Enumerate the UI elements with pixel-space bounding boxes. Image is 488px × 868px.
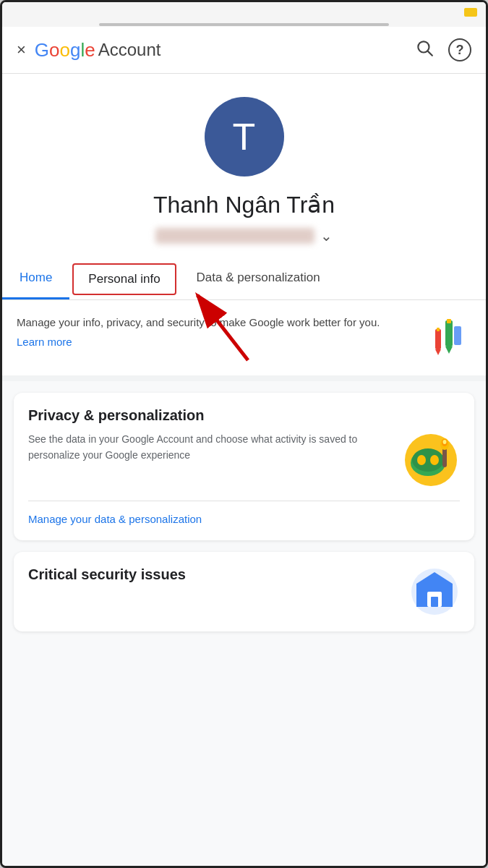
- account-title: Account: [98, 40, 161, 60]
- privacy-card-link-row: Manage your data & personalization: [28, 501, 460, 526]
- info-text-block: Manage your info, privacy, and security …: [17, 315, 414, 349]
- header-left: × Google Account: [17, 39, 160, 61]
- tabs-container: Home Personal info Data & personalizatio…: [2, 259, 486, 300]
- info-banner: Manage your info, privacy, and security …: [2, 300, 486, 381]
- privacy-card: Privacy & personalization See the data i…: [14, 393, 474, 540]
- security-card-icon: [409, 566, 460, 617]
- profile-section: T Thanh Ngân Trần ⌄: [2, 74, 486, 259]
- profile-email-row: ⌄: [155, 227, 333, 244]
- svg-point-14: [417, 455, 426, 465]
- profile-name: Thanh Ngân Trần: [153, 191, 335, 218]
- privacy-card-text: See the data in your Google Account and …: [28, 431, 390, 464]
- google-letter-g2: g: [70, 39, 80, 61]
- manage-data-link[interactable]: Manage your data & personalization: [28, 513, 202, 525]
- security-card-title: Critical security issues: [28, 566, 398, 583]
- svg-rect-8: [437, 328, 440, 331]
- google-letter-o1: o: [49, 39, 59, 61]
- help-icon[interactable]: ?: [448, 38, 471, 61]
- privacy-card-title: Privacy & personalization: [28, 407, 460, 424]
- google-letter-o2: o: [60, 39, 70, 61]
- svg-rect-23: [431, 597, 438, 607]
- svg-rect-4: [445, 320, 453, 346]
- svg-marker-9: [435, 349, 441, 355]
- info-text: Manage your info, privacy, and security …: [17, 315, 414, 331]
- scroll-thumb: [99, 23, 389, 26]
- svg-marker-6: [445, 346, 453, 354]
- google-letter-g: G: [35, 39, 49, 61]
- info-icon: [425, 315, 471, 361]
- battery-indicator: [464, 8, 477, 17]
- close-icon[interactable]: ×: [17, 41, 26, 59]
- svg-rect-10: [454, 326, 461, 345]
- svg-rect-7: [435, 329, 441, 349]
- tab-personal-info[interactable]: Personal info: [72, 263, 176, 295]
- google-logo: Google Account: [35, 39, 161, 61]
- tab-home[interactable]: Home: [2, 259, 69, 299]
- avatar: T: [205, 97, 284, 176]
- tab-data-personalization[interactable]: Data & personalization: [179, 259, 338, 299]
- chevron-down-icon[interactable]: ⌄: [320, 227, 333, 244]
- header: × Google Account ?: [2, 27, 486, 74]
- google-letter-e: e: [85, 39, 95, 61]
- svg-point-19: [443, 440, 447, 444]
- scroll-indicator: [2, 22, 486, 27]
- avatar-letter: T: [233, 115, 256, 158]
- header-right: ?: [415, 38, 471, 61]
- security-card: Critical security issues: [14, 552, 474, 631]
- privacy-card-content: See the data in your Google Account and …: [28, 431, 460, 489]
- security-card-content: Critical security issues: [28, 566, 460, 617]
- svg-line-1: [428, 51, 432, 56]
- svg-rect-5: [447, 319, 451, 323]
- main-content: Manage your info, privacy, and security …: [2, 300, 486, 866]
- profile-email-blur: [155, 228, 314, 244]
- phone-frame: × Google Account ? T Thanh Ngân Trần ⌄: [0, 0, 488, 868]
- privacy-card-icon: [402, 431, 460, 489]
- search-icon[interactable]: [415, 38, 434, 61]
- tabs-wrapper: Home Personal info Data & personalizatio…: [2, 259, 486, 300]
- svg-point-13: [412, 448, 444, 472]
- status-bar: [2, 2, 486, 22]
- svg-point-15: [430, 455, 439, 465]
- learn-more-link[interactable]: Learn more: [17, 336, 72, 348]
